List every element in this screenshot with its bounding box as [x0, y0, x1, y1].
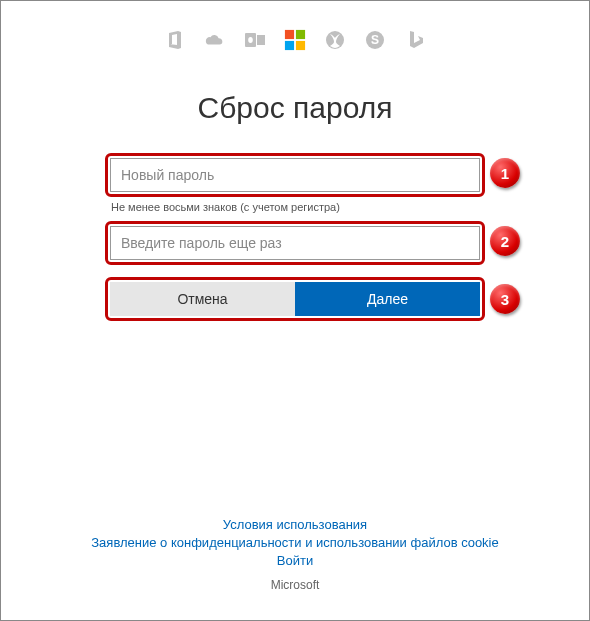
svg-rect-5 [285, 41, 294, 50]
outlook-icon [244, 29, 266, 51]
svg-text:S: S [371, 33, 379, 47]
annotation-marker-3: 3 [490, 284, 520, 314]
annotation-marker-1: 1 [490, 158, 520, 188]
footer: Условия использования Заявление о конфид… [1, 514, 589, 592]
onedrive-icon [204, 29, 226, 51]
new-password-input[interactable] [110, 158, 480, 192]
product-icons-row: S [1, 1, 589, 51]
signin-link[interactable]: Войти [1, 553, 589, 568]
xbox-icon [324, 29, 346, 51]
next-button[interactable]: Далее [295, 282, 480, 316]
office-icon [164, 29, 186, 51]
reset-form: 1 Не менее восьми знаков (с учетом регис… [105, 153, 485, 321]
new-password-highlight: 1 [105, 153, 485, 197]
svg-point-2 [248, 37, 253, 43]
bing-icon [404, 29, 426, 51]
confirm-password-highlight: 2 [105, 221, 485, 265]
privacy-link[interactable]: Заявление о конфиденциальности и использ… [1, 535, 589, 550]
page-title: Сброс пароля [1, 91, 589, 125]
brand-label: Microsoft [1, 578, 589, 592]
svg-rect-3 [285, 30, 294, 39]
svg-rect-1 [257, 35, 265, 45]
password-hint: Не менее восьми знаков (с учетом регистр… [111, 201, 485, 213]
skype-icon: S [364, 29, 386, 51]
annotation-marker-2: 2 [490, 226, 520, 256]
button-row-highlight: Отмена Далее 3 [105, 277, 485, 321]
confirm-password-input[interactable] [110, 226, 480, 260]
button-row: Отмена Далее [110, 282, 480, 316]
cancel-button[interactable]: Отмена [110, 282, 295, 316]
svg-rect-6 [296, 41, 305, 50]
svg-rect-4 [296, 30, 305, 39]
terms-link[interactable]: Условия использования [1, 517, 589, 532]
windows-icon [284, 29, 306, 51]
